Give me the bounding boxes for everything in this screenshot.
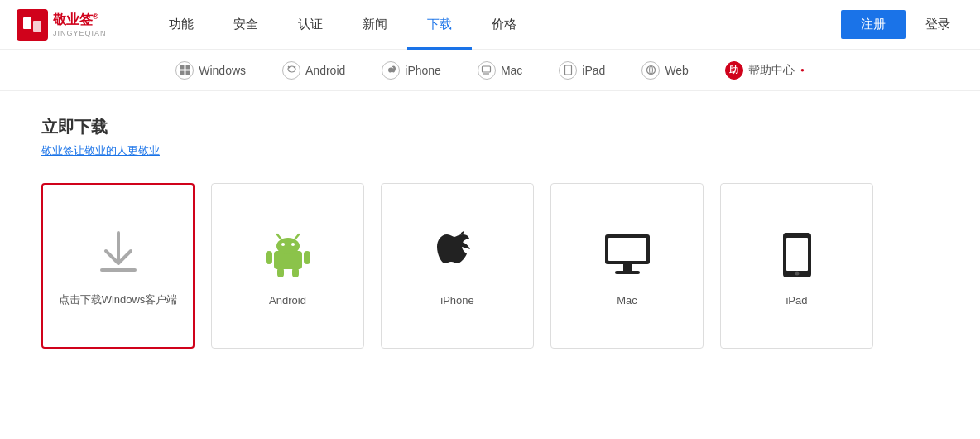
svg-rect-23 (266, 251, 272, 264)
svg-point-19 (281, 243, 285, 246)
android-card-icon (259, 226, 317, 284)
svg-rect-3 (185, 65, 190, 70)
mac-subnav-icon (478, 61, 496, 80)
download-card-android[interactable]: Android (211, 183, 364, 349)
download-card-iphone[interactable]: iPhone (381, 183, 534, 349)
nav-item-security[interactable]: 安全 (214, 0, 278, 50)
svg-rect-9 (483, 66, 491, 72)
download-card-mac[interactable]: Mac (550, 183, 704, 349)
section-title: 立即下载 (41, 116, 939, 138)
sub-nav: Windows Android iPhone Mac iPad Web 助 (0, 50, 980, 91)
download-card-windows[interactable]: 点击下载Windows客户端 (41, 183, 195, 349)
main-nav: 功能 安全 认证 新闻 下载 价格 (149, 0, 841, 50)
svg-rect-26 (292, 268, 299, 277)
sub-nav-mac-label: Mac (501, 64, 522, 77)
download-icon (89, 224, 147, 282)
svg-rect-0 (23, 17, 31, 29)
svg-rect-32 (786, 238, 808, 271)
nav-item-news[interactable]: 新闻 (343, 0, 407, 50)
login-button[interactable]: 登录 (912, 10, 963, 39)
svg-rect-11 (564, 65, 571, 75)
help-subnav-icon: 助 (725, 61, 743, 80)
svg-point-20 (291, 243, 295, 246)
svg-rect-2 (180, 65, 185, 70)
svg-rect-28 (608, 238, 646, 261)
svg-point-18 (276, 238, 300, 254)
sub-nav-android[interactable]: Android (264, 50, 363, 91)
sub-nav-windows[interactable]: Windows (157, 50, 264, 91)
sub-nav-windows-label: Windows (199, 64, 246, 77)
sub-nav-iphone-label: iPhone (405, 64, 441, 77)
windows-icon (175, 61, 194, 80)
svg-point-33 (795, 271, 799, 275)
sub-nav-help-label: 帮助中心 (748, 63, 795, 78)
svg-rect-24 (304, 251, 310, 264)
android-icon (282, 61, 300, 80)
svg-rect-30 (615, 271, 640, 274)
svg-line-22 (295, 234, 299, 239)
ipad-card-label: iPad (785, 294, 807, 306)
sub-nav-android-label: Android (305, 64, 345, 77)
nav-item-features[interactable]: 功能 (149, 0, 214, 50)
svg-rect-1 (33, 21, 41, 32)
logo[interactable]: 敬业签® JINGYEQIAN (17, 9, 116, 41)
ipad-card-icon (768, 226, 826, 284)
svg-rect-4 (180, 71, 185, 76)
mac-card-icon (598, 226, 656, 284)
logo-icon (17, 9, 48, 41)
sub-nav-iphone[interactable]: iPhone (363, 50, 459, 91)
nav-item-auth[interactable]: 认证 (278, 0, 343, 50)
ipad-subnav-icon (559, 61, 577, 80)
svg-rect-5 (185, 71, 190, 76)
section-subtitle: 敬业签让敬业的人更敬业 (41, 143, 939, 158)
nav-item-pricing[interactable]: 价格 (472, 0, 536, 50)
logo-en: JINGYEQIAN (53, 29, 107, 37)
iphone-card-label: iPhone (440, 294, 473, 306)
sub-nav-web-label: Web (665, 64, 689, 77)
sub-nav-help[interactable]: 助 帮助中心 ● (707, 50, 823, 91)
download-card-ipad[interactable]: iPad (720, 183, 873, 349)
apple-card-icon (429, 226, 487, 284)
header-buttons: 注册 登录 (841, 10, 963, 39)
apple-subnav-icon (382, 61, 400, 80)
svg-line-21 (277, 234, 281, 239)
main-content: 立即下载 敬业签让敬业的人更敬业 点击下载Windows客户端 (0, 91, 980, 365)
sub-nav-ipad-label: iPad (582, 64, 605, 77)
android-card-label: Android (269, 294, 306, 306)
nav-item-download[interactable]: 下载 (407, 0, 472, 50)
sub-nav-web[interactable]: Web (623, 50, 707, 91)
logo-text: 敬业签® JINGYEQIAN (53, 12, 107, 37)
mac-card-label: Mac (617, 294, 637, 306)
logo-cn: 敬业签® (53, 12, 107, 29)
header: 敬业签® JINGYEQIAN 功能 安全 认证 新闻 下载 价格 注册 登录 (0, 0, 980, 50)
web-subnav-icon (641, 61, 660, 80)
svg-rect-25 (277, 268, 284, 277)
sub-nav-mac[interactable]: Mac (459, 50, 540, 91)
sub-nav-ipad[interactable]: iPad (540, 50, 623, 91)
register-button[interactable]: 注册 (841, 10, 906, 39)
download-cards: 点击下载Windows客户端 (41, 183, 939, 349)
windows-card-label: 点击下载Windows客户端 (59, 292, 178, 307)
svg-rect-29 (623, 264, 632, 271)
